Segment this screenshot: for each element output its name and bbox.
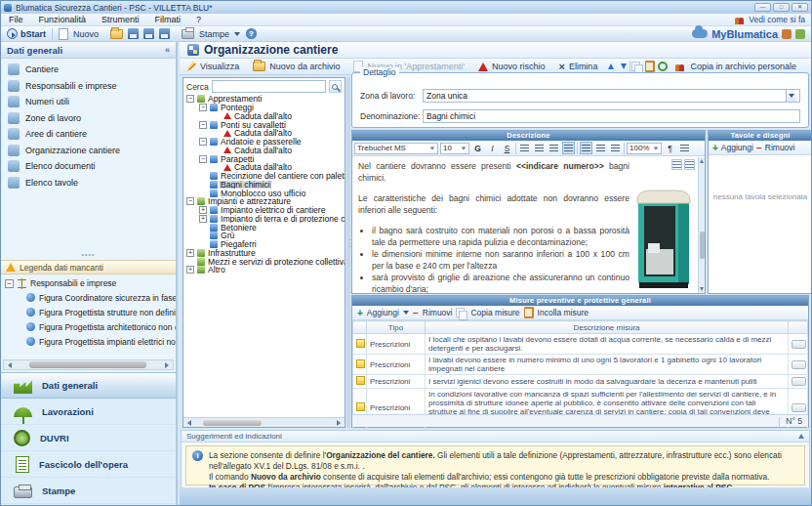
- bstart-button[interactable]: bStart: [1, 28, 52, 39]
- legend-item[interactable]: Figura Progettista architettonico non de…: [5, 319, 176, 334]
- tree-expander-icon[interactable]: [186, 95, 194, 103]
- tree-node[interactable]: Recinzione del cantiere con paletti e re…: [183, 172, 345, 181]
- tree-expander-icon[interactable]: [199, 155, 207, 163]
- misura-row[interactable]: Prescrizioni I servizi igienici devono e…: [353, 375, 808, 389]
- editor-vertical-scrollbar[interactable]: [698, 157, 705, 293]
- zoom-select[interactable]: 100%: [627, 143, 662, 154]
- account-icon[interactable]: [782, 29, 792, 39]
- tree-node[interactable]: Monoblocco uso ufficio: [183, 189, 345, 197]
- maximize-button[interactable]: □: [773, 3, 790, 12]
- font-family-select[interactable]: Trebuchet MS: [354, 143, 438, 154]
- sidebar-item[interactable]: Aree di cantiere: [1, 126, 176, 143]
- menu-item[interactable]: ?: [188, 15, 209, 24]
- collapse-sidebar-icon[interactable]: «: [165, 45, 170, 55]
- tree-node[interactable]: Caduta dall'alto: [183, 147, 345, 155]
- edit-row-button[interactable]: [792, 377, 806, 386]
- tavole-remove-button[interactable]: Rimuovi: [765, 143, 795, 152]
- misure-remove-button[interactable]: Rimuovi: [423, 308, 453, 317]
- move-up-button[interactable]: [604, 61, 617, 73]
- align-right-button[interactable]: [548, 142, 560, 154]
- incolla-misure-button[interactable]: Incolla misure: [538, 308, 589, 317]
- zona-di-lavoro-select[interactable]: Zona unica: [423, 89, 800, 103]
- descrizione-column-header[interactable]: Descrizione misura: [426, 321, 789, 334]
- tree-expander-icon[interactable]: [186, 249, 194, 257]
- sidebar-item[interactable]: Organizzazione cantiere: [1, 143, 176, 159]
- sidebar-item[interactable]: Zone di lavoro: [1, 110, 176, 127]
- move-down-button[interactable]: [617, 61, 629, 73]
- open-folder-icon[interactable]: [110, 29, 123, 39]
- tree-node[interactable]: Bagni chimici: [183, 181, 345, 190]
- notes-icon[interactable]: [795, 29, 805, 39]
- nav-button[interactable]: DUVRI: [1, 425, 176, 451]
- nav-button[interactable]: Dati generali: [1, 372, 176, 399]
- tree-node[interactable]: Infrastrutture: [183, 249, 345, 258]
- tree-expander-icon[interactable]: [199, 215, 207, 223]
- edit-row-button[interactable]: [792, 403, 806, 412]
- refresh-button[interactable]: [656, 61, 669, 73]
- minimize-button[interactable]: —: [754, 3, 771, 12]
- sidebar-item[interactable]: Cantiere: [1, 62, 176, 78]
- legend-item[interactable]: Figura Progettista strutture non definit…: [5, 305, 176, 319]
- nav-button[interactable]: Stampe: [1, 478, 176, 504]
- tree-expander-icon[interactable]: [199, 104, 207, 111]
- tree-node[interactable]: Impianto elettrico di cantiere: [183, 206, 345, 215]
- bold-button[interactable]: G: [471, 142, 484, 154]
- nav-button[interactable]: Lavorazioni: [1, 399, 176, 425]
- tree-horizontal-scrollbar[interactable]: [183, 417, 345, 427]
- new-button[interactable]: Nuovo: [53, 28, 104, 40]
- nuovo-da-archivio-button[interactable]: Nuovo da archivio: [246, 60, 346, 74]
- save-icon[interactable]: [128, 28, 139, 39]
- vertical-splitter[interactable]: [346, 77, 350, 428]
- dropdown-button[interactable]: [786, 90, 796, 102]
- align-left-button[interactable]: [518, 142, 531, 154]
- nav-button[interactable]: Fascicolo dell'opera: [1, 451, 176, 478]
- chevron-down-icon[interactable]: [403, 311, 409, 315]
- edit-row-button[interactable]: [792, 340, 806, 349]
- tree-node[interactable]: Grù: [183, 232, 345, 240]
- paste-button[interactable]: [643, 61, 656, 73]
- misura-row[interactable]: Prescrizioni I lavabi devono essere in n…: [353, 355, 808, 375]
- sidebar-item[interactable]: Responsabili e imprese: [1, 78, 176, 95]
- tree-node[interactable]: Caduta dall'alto: [183, 112, 345, 121]
- pilcrow-button[interactable]: ¶: [664, 142, 676, 154]
- scroll-down-icon[interactable]: [700, 287, 704, 291]
- tree-node[interactable]: Ponti su cavalletti: [183, 120, 345, 129]
- misure-add-button[interactable]: Aggiungi: [367, 308, 399, 317]
- descrizione-editor[interactable]: Nel cantiere dovranno essere presenti <<…: [352, 157, 698, 293]
- search-input[interactable]: [212, 80, 326, 93]
- tree-expander-icon[interactable]: [199, 206, 207, 214]
- bullet-list-button[interactable]: [580, 142, 592, 154]
- visualizza-button[interactable]: Visualizza: [180, 60, 246, 74]
- copia-misure-button[interactable]: Copia misure: [470, 308, 519, 317]
- close-button[interactable]: ✕: [792, 3, 808, 12]
- scroll-right-icon[interactable]: [337, 420, 341, 426]
- tree-node[interactable]: Mezzi e servizi di protezione collettiva: [183, 257, 345, 266]
- scroll-up-icon[interactable]: [700, 159, 704, 163]
- menu-item[interactable]: File: [1, 15, 31, 24]
- tree-node[interactable]: Altro: [183, 266, 345, 274]
- layout-tool-button[interactable]: [684, 159, 695, 170]
- font-size-select[interactable]: 10: [440, 143, 469, 154]
- table-tool-button[interactable]: [671, 159, 682, 170]
- tree-node[interactable]: Caduta dall'alto: [183, 129, 345, 138]
- scroll-left-icon[interactable]: [8, 362, 12, 368]
- insert-table-button[interactable]: [678, 142, 691, 154]
- help-button[interactable]: ?: [246, 28, 257, 39]
- tree-expander-icon[interactable]: [186, 266, 194, 274]
- sidebar-item[interactable]: Elenco tavole: [1, 175, 176, 191]
- menu-item[interactable]: Strumenti: [94, 15, 147, 24]
- scrollbar-thumb[interactable]: [700, 232, 705, 259]
- sidebar-item[interactable]: Elenco documenti: [1, 158, 176, 175]
- tree-node[interactable]: Andatoie e passerelle: [183, 138, 345, 147]
- tree-node[interactable]: Piegaferri: [183, 240, 345, 249]
- indent-button[interactable]: [609, 142, 622, 154]
- tree-node[interactable]: Caduta dall'alto: [183, 163, 345, 172]
- tree-node[interactable]: Apprestamenti: [183, 95, 345, 104]
- legend-item[interactable]: Figura Coordinatore sicurezza in fase di…: [5, 290, 176, 305]
- tavole-add-button[interactable]: Aggiungi: [721, 143, 753, 152]
- save-all-icon[interactable]: [159, 28, 170, 39]
- scrollbar-thumb[interactable]: [29, 361, 146, 368]
- tree-node[interactable]: Impianto di terra e di protezione contro…: [183, 215, 345, 224]
- tree-expander-icon[interactable]: [199, 121, 207, 129]
- sidebar-splitter[interactable]: ••••: [1, 251, 176, 259]
